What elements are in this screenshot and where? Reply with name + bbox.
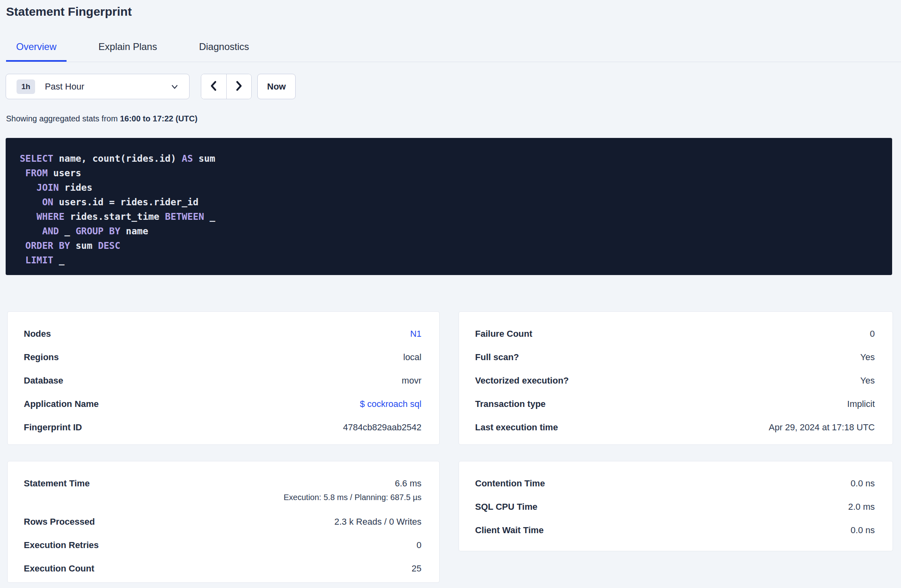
tab-bar: OverviewExplain PlansDiagnostics xyxy=(6,41,901,62)
stat-label: Rows Processed xyxy=(24,517,95,527)
time-range-select[interactable]: 1h Past Hour xyxy=(6,74,190,99)
stat-label: SQL CPU Time xyxy=(475,502,537,512)
stat-label: Execution Count xyxy=(24,563,94,574)
stat-row-failure-count: Failure Count0 xyxy=(475,329,875,339)
stat-value-link[interactable]: $ cockroach sql xyxy=(360,399,421,409)
stat-value: 4784cb829aab2542 xyxy=(343,422,421,432)
stat-label: Execution Retries xyxy=(24,540,99,550)
stat-value-block: Implicit xyxy=(847,399,875,409)
stat-row-execution-retries: Execution Retries0 xyxy=(24,540,421,550)
time-range-label: Past Hour xyxy=(45,81,84,92)
time-range-pager xyxy=(201,74,252,99)
sql-line: FROM users xyxy=(20,166,880,180)
stat-value: Apr 29, 2024 at 17:18 UTC xyxy=(769,422,875,432)
stat-value-block: Yes xyxy=(860,375,875,386)
stat-row-application-name: Application Name$ cockroach sql xyxy=(24,399,421,409)
stat-label: Failure Count xyxy=(475,329,532,339)
sql-line: WHERE rides.start_time BETWEEN _ xyxy=(20,209,880,224)
caption-prefix: Showing aggregated stats from xyxy=(6,114,120,123)
stat-value-block: Apr 29, 2024 at 17:18 UTC xyxy=(769,422,875,433)
stat-label: Regions xyxy=(24,352,59,363)
tab-overview[interactable]: Overview xyxy=(6,41,67,62)
stat-label: Full scan? xyxy=(475,352,519,363)
stat-value-block: 0 xyxy=(870,329,875,339)
stat-value: Implicit xyxy=(847,399,875,409)
stat-label: Database xyxy=(24,375,63,386)
stat-value-block: 2.0 ms xyxy=(848,502,875,512)
time-range-badge: 1h xyxy=(17,79,35,94)
stat-value: 0 xyxy=(417,540,421,550)
stat-value-block: local xyxy=(403,352,421,363)
stat-row-last-execution-time: Last execution timeApr 29, 2024 at 17:18… xyxy=(475,422,875,433)
stat-value-block: Yes xyxy=(860,352,875,363)
sql-line: ORDER BY sum DESC xyxy=(20,238,880,253)
stat-row-transaction-type: Transaction typeImplicit xyxy=(475,399,875,409)
stat-row-client-wait-time: Client Wait Time0.0 ns xyxy=(475,525,875,536)
stat-value: 0.0 ns xyxy=(851,478,875,488)
now-button[interactable]: Now xyxy=(257,74,296,99)
stat-value: 6.6 ms xyxy=(395,478,421,488)
stat-value-block: $ cockroach sql xyxy=(360,399,421,409)
sql-line: ON users.id = rides.rider_id xyxy=(20,195,880,209)
stat-value-link[interactable]: N1 xyxy=(410,329,421,339)
stat-label: Nodes xyxy=(24,329,51,339)
statement-fingerprint-page: Statement Fingerprint OverviewExplain Pl… xyxy=(0,0,901,588)
stat-value-block: 4784cb829aab2542 xyxy=(343,422,421,433)
sql-line: SELECT name, count(rides.id) AS sum xyxy=(20,151,880,166)
stat-row-rows-processed: Rows Processed2.3 k Reads / 0 Writes xyxy=(24,517,421,527)
stat-value-block: 0.0 ns xyxy=(851,525,875,536)
next-range-button[interactable] xyxy=(227,74,252,99)
card-overview-details-left: NodesN1RegionslocalDatabasemovrApplicati… xyxy=(7,311,440,445)
stat-row-nodes: NodesN1 xyxy=(24,329,421,339)
stat-value: 25 xyxy=(412,563,421,573)
stat-label: Transaction type xyxy=(475,399,546,409)
stat-value-block: N1 xyxy=(410,329,421,339)
chevron-right-icon xyxy=(234,81,244,92)
chevron-down-icon xyxy=(171,83,179,91)
stat-row-execution-count: Execution Count25 xyxy=(24,563,421,574)
stat-value-block: 0 xyxy=(417,540,421,550)
sql-line: LIMIT _ xyxy=(20,253,880,267)
page-title: Statement Fingerprint xyxy=(6,5,132,19)
tab-diagnostics[interactable]: Diagnostics xyxy=(189,41,259,62)
stat-value: local xyxy=(403,352,421,362)
stat-value: movr xyxy=(402,375,421,386)
stat-label: Vectorized execution? xyxy=(475,375,569,386)
stat-value: Yes xyxy=(860,375,875,386)
stat-row-fingerprint-id: Fingerprint ID4784cb829aab2542 xyxy=(24,422,421,433)
stat-value-subtext: Execution: 5.8 ms / Planning: 687.5 µs xyxy=(284,493,421,502)
stat-value-block: 2.3 k Reads / 0 Writes xyxy=(334,517,421,527)
stat-row-regions: Regionslocal xyxy=(24,352,421,363)
card-overview-details-right: Failure Count0Full scan?YesVectorized ex… xyxy=(459,311,893,445)
stat-row-statement-time: Statement Time6.6 msExecution: 5.8 ms / … xyxy=(24,478,421,502)
stat-row-database: Databasemovr xyxy=(24,375,421,386)
aggregated-stats-caption: Showing aggregated stats from 16:00 to 1… xyxy=(6,114,198,123)
stat-label: Application Name xyxy=(24,399,99,409)
stat-value-block: 25 xyxy=(412,563,421,574)
stat-value-block: 6.6 msExecution: 5.8 ms / Planning: 687.… xyxy=(284,478,421,502)
stat-value: Yes xyxy=(860,352,875,362)
card-wait-timing: Contention Time0.0 nsSQL CPU Time2.0 msC… xyxy=(459,461,893,551)
sql-line: JOIN rides xyxy=(20,180,880,195)
stat-label: Fingerprint ID xyxy=(24,422,82,433)
prev-range-button[interactable] xyxy=(201,74,227,99)
stat-value: 2.0 ms xyxy=(848,502,875,512)
sql-statement-box: SELECT name, count(rides.id) AS sum FROM… xyxy=(6,138,892,275)
sql-line: AND _ GROUP BY name xyxy=(20,224,880,238)
stat-value-block: 0.0 ns xyxy=(851,478,875,489)
stat-row-vectorized-execution: Vectorized execution?Yes xyxy=(475,375,875,386)
stat-row-contention-time: Contention Time0.0 ns xyxy=(475,478,875,489)
stat-label: Statement Time xyxy=(24,478,90,489)
caption-time-range: 16:00 to 17:22 (UTC) xyxy=(120,114,197,123)
chevron-left-icon xyxy=(209,81,219,92)
tab-explain-plans[interactable]: Explain Plans xyxy=(88,41,167,62)
stat-label: Contention Time xyxy=(475,478,545,489)
stat-label: Last execution time xyxy=(475,422,558,433)
stat-value: 0.0 ns xyxy=(851,525,875,535)
stat-value: 2.3 k Reads / 0 Writes xyxy=(334,517,421,527)
stat-label: Client Wait Time xyxy=(475,525,544,536)
card-statement-timing: Statement Time6.6 msExecution: 5.8 ms / … xyxy=(7,461,440,583)
stat-value-block: movr xyxy=(402,375,421,386)
stat-row-full-scan: Full scan?Yes xyxy=(475,352,875,363)
stat-value: 0 xyxy=(870,329,875,339)
